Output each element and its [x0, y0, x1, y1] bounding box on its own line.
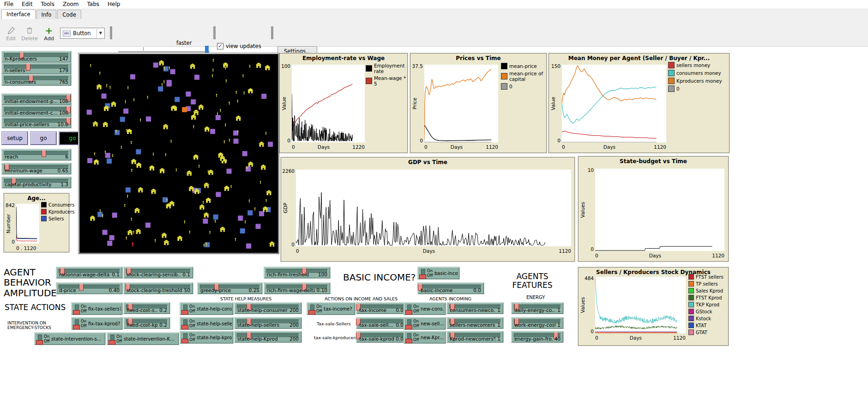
switch-off-label: Off	[316, 309, 322, 313]
slider-initial-endowment-c[interactable]: initial-endowment-c...100	[2, 105, 71, 116]
slider-tax-sale-kprod[interactable]: tax-sale-kprod0.0	[356, 331, 406, 342]
switch-fix-tax-sellers[interactable]: OnOfffix-tax-sellers?	[72, 303, 122, 315]
edit-button[interactable]: Edit	[3, 26, 19, 42]
switch-knob[interactable]	[405, 310, 412, 315]
slider-greedy-price[interactable]: greedy-price0.25	[198, 283, 262, 294]
person-agent	[230, 185, 231, 189]
house-agent	[235, 116, 241, 121]
slider-n-kproducers[interactable]: n-Kproducers147	[2, 51, 71, 62]
switch-new-sell[interactable]: OnOffnew-sell...	[404, 317, 446, 330]
switch-knob[interactable]	[419, 275, 426, 279]
plot-series-line	[424, 69, 491, 140]
person-agent	[229, 139, 230, 142]
slider-state-help-kprod[interactable]: state-help-Kprod200	[235, 331, 301, 342]
slider-label: sellers-newcomers%	[450, 322, 495, 328]
switch-knob[interactable]	[108, 340, 115, 345]
menu-tools[interactable]: Tools	[36, 0, 59, 8]
switch-off-label: Off	[189, 309, 195, 313]
switch-knob[interactable]	[73, 325, 80, 330]
tab-info[interactable]: Info	[36, 10, 57, 19]
switch-knob[interactable]	[181, 310, 188, 315]
slider-d-price[interactable]: d-price0.40	[56, 283, 122, 294]
axis-x-label: Days	[451, 144, 463, 150]
switch-label: new-sell...	[421, 318, 444, 329]
menu-file[interactable]: File	[0, 0, 18, 8]
slider-daily-energy-cost[interactable]: daily-energy-co...1	[512, 303, 563, 314]
slider-value: 200	[289, 322, 299, 328]
slider-value: 0.0	[396, 336, 404, 342]
slider-fixed-cost-kp[interactable]: fixed-cost-kp...0.2	[124, 317, 170, 329]
slider-state-help-sellers[interactable]: state-help-sellers200	[235, 317, 301, 329]
switch-basic-income[interactable]: OnOffbasic-income?	[418, 267, 459, 279]
button-go[interactable]: go	[30, 132, 56, 145]
slider-rich-firm-wage-delta[interactable]: rich-firm-wage-delta0.10	[264, 283, 330, 294]
switch-state-help-sellers[interactable]: OnOffstate-help-sellers?	[180, 317, 233, 330]
tab-interface[interactable]: Interface	[1, 9, 36, 19]
house-agent	[161, 232, 167, 238]
slider-stock-clearing-sensib[interactable]: stock-clearing-sensib...0.1	[124, 267, 193, 278]
slider-caption: n-sellers179	[5, 67, 68, 73]
axis-x-labels: 0Days1120	[424, 144, 498, 150]
slider-stock-clearing-treshold[interactable]: stock-clearing-treshold50	[124, 283, 193, 294]
slider-minimum-wage[interactable]: minimum-wage0.65	[2, 163, 71, 174]
tab-bar: InterfaceInfoCode	[0, 8, 868, 19]
button-setup[interactable]: setup	[2, 132, 28, 145]
switch-new-cons[interactable]: OnOffnew-cons...	[404, 303, 446, 315]
slider-initial-price-sellers[interactable]: initial-price-sellers10.0	[2, 117, 71, 128]
slider-basic-income[interactable]: basic-income0.0	[418, 283, 484, 294]
slider-tax-sale-sell[interactable]: tax-sale-sell...0.0	[356, 317, 406, 329]
switch-knob[interactable]	[181, 339, 188, 343]
switch-new-kpr[interactable]: OnOffnew-Kpr...	[404, 331, 446, 343]
person-agent	[236, 91, 237, 94]
slider-rich-firm-treshold[interactable]: rich-firm-treshold100	[264, 267, 330, 278]
widget-type-dropdown[interactable]: abc Button ▼	[60, 28, 105, 39]
menu-zoom[interactable]: Zoom	[59, 0, 83, 8]
slider-work-energy-cost[interactable]: work-energy-cost1	[512, 317, 563, 329]
legend-label: Kproducers money	[676, 78, 722, 84]
slider-initial-endowment-p[interactable]: initial-endowment-p...100	[2, 94, 71, 105]
switch-knob[interactable]	[405, 325, 412, 330]
switch-state-intervention-k[interactable]: OnOffstate-intervention-K...	[107, 333, 179, 345]
menu-bar: FileEditToolsZoomTabsHelp	[0, 0, 868, 8]
slider-reach[interactable]: reach6	[2, 149, 71, 160]
plot-series-line	[595, 246, 712, 250]
slider-rationnal-wage-delta[interactable]: rationnal-wage-delta0.1	[56, 267, 122, 278]
slider-label: fixed-cost-s...	[127, 307, 157, 313]
slider-kprod-newcomers[interactable]: Kprod-newcomers%1	[447, 331, 503, 342]
person-agent	[229, 102, 229, 105]
menu-help[interactable]: Help	[103, 0, 124, 8]
switch-knob[interactable]	[405, 339, 412, 343]
switch-knob[interactable]	[36, 340, 43, 345]
house-agent	[266, 190, 272, 195]
slider-value: 0.2	[159, 322, 167, 328]
switch-fix-tax-kprod[interactable]: OnOfffix-tax-kprod?	[72, 317, 122, 330]
plot-employment: Employment-rate vs Wage1000Value0Days122…	[279, 53, 408, 153]
tab-code[interactable]: Code	[57, 10, 81, 19]
slider-caption: minimum-wage0.65	[5, 168, 68, 173]
switch-tax-income[interactable]: OnOfftax-income?	[307, 303, 355, 315]
plot-gdp: GDP vs Time22600GDP0Days1120	[281, 157, 575, 262]
slider-label: fixed-cost-kp...	[127, 322, 157, 328]
person-agent	[216, 94, 217, 97]
slider-n-consumers[interactable]: n-consumers765	[2, 74, 71, 85]
switch-state-intervention-s[interactable]: OnOffstate-intervention-s...	[35, 333, 105, 345]
slider-tax-income[interactable]: tax-income0.0	[356, 303, 406, 314]
add-button[interactable]: +Add	[41, 26, 57, 42]
menu-tabs[interactable]: Tabs	[83, 0, 104, 8]
slider-energy-gain[interactable]: energy-gain-fro...40	[512, 331, 563, 342]
slider-state-help-consumers[interactable]: state-help-consumers200	[235, 303, 301, 314]
slider-sellers-newcomers[interactable]: sellers-newcomers%1	[447, 317, 503, 329]
switch-knob[interactable]	[73, 310, 80, 315]
slider-n-sellers[interactable]: n-sellers179	[2, 63, 71, 74]
switch-knob[interactable]	[308, 310, 315, 315]
slider-label: greedy-price	[200, 287, 231, 293]
slider-fixed-cost-s[interactable]: fixed-cost-s...0.2	[124, 303, 170, 314]
menu-edit[interactable]: Edit	[18, 0, 36, 8]
slider-consumers-newcomers[interactable]: consumers-newco...1	[447, 303, 503, 314]
delete-button[interactable]: Delete	[21, 26, 38, 42]
switch-knob[interactable]	[181, 325, 188, 330]
switch-state-help-consu[interactable]: OnOffstate-help-consu...	[180, 303, 233, 315]
switch-state-help-kprod[interactable]: OnOffstate-help-kprod?	[180, 331, 233, 343]
slider-capital-productivity[interactable]: capital-productivity1.3	[2, 177, 71, 188]
person-agent	[99, 72, 100, 75]
